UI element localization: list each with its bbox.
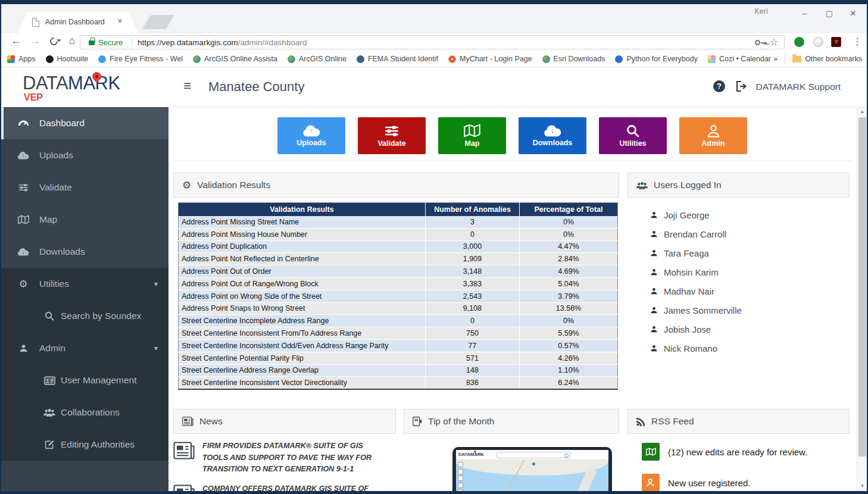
hamburger-menu-icon[interactable]: ≡ bbox=[183, 78, 191, 94]
sidebar-item-admin[interactable]: Admin ▾ bbox=[1, 332, 168, 364]
panel-title: Users Logged In bbox=[654, 180, 722, 190]
scroll-down-icon[interactable]: ▼ bbox=[857, 482, 867, 491]
url-text[interactable]: https://vep.datamarkgis.com/admin/#dashb… bbox=[138, 38, 307, 47]
page-scrollbar[interactable]: ▲ ▼ bbox=[857, 107, 867, 491]
close-button[interactable]: ✕ bbox=[843, 7, 863, 21]
tab-title: Admin Dashboard bbox=[45, 18, 105, 26]
key-icon[interactable] bbox=[755, 40, 760, 45]
list-item: Nick Romano bbox=[627, 339, 850, 358]
map-quick-button[interactable]: Map bbox=[438, 117, 506, 154]
sidebar-nav: Dashboard ↑ Uploads Validate Map ↓ Downl… bbox=[1, 107, 168, 491]
bookmark-fema-student[interactable]: FEMA Student Identif bbox=[357, 55, 438, 63]
sidebar-item-collaborations[interactable]: Collaborations bbox=[1, 396, 168, 429]
gear-icon: ⚙ bbox=[17, 279, 29, 289]
maximize-button[interactable]: ▢ bbox=[819, 7, 839, 21]
sidebar-item-user-management[interactable]: User Management bbox=[1, 364, 168, 396]
newspaper-icon bbox=[173, 483, 195, 491]
bookmark-fire-eye-fitness[interactable]: Fire Eye Fitness - Wel bbox=[98, 55, 183, 63]
extension-circle-icon[interactable] bbox=[813, 37, 823, 47]
tab-strip: Admin Dashboard ✕ Keri – ▢ ✕ bbox=[1, 4, 867, 33]
tab-close-icon[interactable]: ✕ bbox=[117, 17, 123, 25]
bookmark-cozi-calendar[interactable]: Cozi • Calendar bbox=[708, 55, 771, 63]
map-icon bbox=[17, 215, 29, 224]
downloads-quick-button[interactable]: ↓ Downloads bbox=[519, 117, 586, 154]
map-icon bbox=[646, 448, 656, 456]
sidebar-item-uploads[interactable]: ↑ Uploads bbox=[1, 139, 168, 171]
bookmark-mychart[interactable]: MyChart - Login Page bbox=[448, 55, 532, 63]
table-row: Address Point Out of Order3,1484.69% bbox=[179, 265, 618, 278]
hootsuite-icon bbox=[46, 55, 54, 63]
bookmarks-overflow-icon[interactable]: » bbox=[773, 55, 778, 63]
sidebar-item-label: User Management bbox=[61, 375, 137, 386]
new-tab-button[interactable] bbox=[142, 15, 175, 29]
secure-label[interactable]: Secure bbox=[98, 38, 123, 47]
rss-item-text: (12) new edits are ready for review. bbox=[668, 447, 807, 457]
rss-feed-panel-header: RSS Feed bbox=[627, 409, 850, 434]
rss-item-text: New user registered. bbox=[668, 478, 750, 488]
sign-out-icon[interactable] bbox=[736, 81, 748, 92]
sidebar-item-label: Uploads bbox=[39, 150, 73, 161]
sidebar-item-dashboard[interactable]: Dashboard bbox=[1, 107, 168, 139]
lock-icon[interactable] bbox=[89, 40, 95, 45]
rss-icon bbox=[636, 417, 645, 426]
profile-name[interactable]: Keri bbox=[754, 7, 768, 15]
chrome-menu-icon[interactable]: ⋮ bbox=[853, 36, 862, 47]
browser-tab[interactable]: Admin Dashboard ✕ bbox=[18, 12, 138, 33]
cloud-download-icon: ↓ bbox=[544, 125, 561, 137]
sidebar-item-validate[interactable]: Validate bbox=[1, 171, 168, 204]
validation-results-table: Validation Results Number of Anomalies P… bbox=[178, 202, 618, 390]
scroll-up-icon[interactable]: ▲ bbox=[857, 107, 867, 117]
bookmark-arcgis-online[interactable]: ArcGIS Online bbox=[288, 55, 346, 63]
sidebar-item-editing-authorities[interactable]: Editing Authorities bbox=[1, 429, 168, 461]
list-item: James Sommerville bbox=[627, 301, 850, 320]
scrollbar-thumb[interactable] bbox=[858, 117, 866, 457]
folder-icon bbox=[792, 56, 801, 62]
address-bar[interactable]: Secure https://vep.datamarkgis.com/admin… bbox=[80, 35, 785, 49]
edit-icon bbox=[43, 440, 55, 449]
bookmark-star-icon[interactable]: ☆ bbox=[770, 36, 778, 48]
validate-quick-button[interactable]: Validate bbox=[358, 117, 426, 154]
user-plus-icon bbox=[646, 478, 655, 487]
users-group-icon bbox=[636, 182, 648, 189]
datamark-logo[interactable]: DATAMARK bbox=[23, 73, 120, 94]
list-item: Brendan Carroll bbox=[627, 224, 850, 243]
table-row: Address Point Not Reflected in Centerlin… bbox=[179, 253, 618, 265]
panel-title: Tip of the Month bbox=[428, 416, 494, 427]
fema-icon bbox=[357, 55, 364, 63]
bookmark-arcgis-online-assistant[interactable]: ArcGIS Online Assista bbox=[193, 55, 277, 63]
bookmarks-divider bbox=[785, 54, 785, 64]
back-icon[interactable]: ← bbox=[8, 35, 24, 47]
sidebar-item-downloads[interactable]: ↓ Downloads bbox=[1, 236, 168, 268]
admin-quick-button[interactable]: Admin bbox=[679, 117, 747, 154]
new-user-badge bbox=[642, 474, 660, 491]
bookmark-python-for-everybody[interactable]: Python for Everybody bbox=[615, 55, 698, 63]
tip-video-thumbnail[interactable]: DATAMARK bbox=[452, 447, 612, 491]
utilities-quick-button[interactable]: Utilities bbox=[599, 117, 667, 154]
extension-balloon-icon[interactable] bbox=[794, 37, 804, 47]
panel-title: News bbox=[199, 416, 223, 427]
news-article-link[interactable]: COMPANY OFFERS DATAMARK GIS SUITE OF PRO… bbox=[173, 483, 396, 491]
cloud-download-icon: ↓ bbox=[17, 248, 29, 256]
sidebar-item-utilities[interactable]: ⚙ Utilities ▾ bbox=[1, 268, 168, 300]
bookmark-hootsuite[interactable]: Hootsuite bbox=[46, 55, 89, 63]
adobe-acrobat-extension-icon[interactable] bbox=[831, 37, 841, 47]
user-icon bbox=[650, 287, 658, 295]
home-icon[interactable]: ⌂ bbox=[64, 35, 80, 47]
support-link[interactable]: DATAMARK Support bbox=[756, 82, 841, 92]
other-bookmarks-button[interactable]: Other bookmarks bbox=[792, 55, 862, 63]
bookmark-apps[interactable]: Apps bbox=[7, 55, 36, 63]
sidebar-item-map[interactable]: Map bbox=[1, 204, 168, 236]
uploads-quick-button[interactable]: ↑ Uploads bbox=[277, 117, 345, 154]
sidebar-item-label: Map bbox=[39, 214, 57, 225]
chevron-down-icon: ▾ bbox=[154, 280, 158, 288]
news-article-link[interactable]: FIRM PROVIDES DATAMARK® SUITE OF GIS TOO… bbox=[173, 440, 396, 476]
user-icon bbox=[17, 343, 29, 353]
help-icon[interactable]: ? bbox=[713, 80, 725, 92]
user-icon bbox=[650, 230, 658, 238]
minimize-button[interactable]: – bbox=[794, 7, 814, 21]
thumbnail-search-box bbox=[497, 452, 571, 458]
reload-icon[interactable] bbox=[48, 36, 59, 46]
forward-icon[interactable]: → bbox=[27, 35, 43, 47]
bookmark-esri-downloads[interactable]: Esri Downloads bbox=[542, 55, 605, 63]
sidebar-item-search-by-soundex[interactable]: Search by Soundex bbox=[1, 300, 168, 332]
